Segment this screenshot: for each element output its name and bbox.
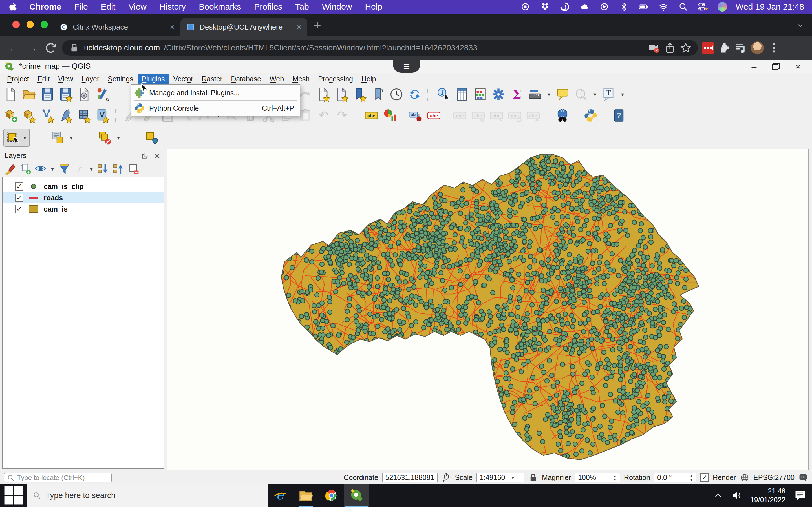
processing-button[interactable] <box>491 87 506 102</box>
map-canvas[interactable] <box>167 149 809 470</box>
undo-button[interactable]: ↶ <box>316 108 331 123</box>
select-by-form-dropdown-icon[interactable]: ▾ <box>68 134 74 141</box>
layout-manager-button[interactable] <box>77 87 91 102</box>
new-mesh-button[interactable] <box>77 108 91 123</box>
forward-button[interactable]: → <box>25 41 40 55</box>
label-tool-2-button[interactable]: abc <box>471 108 486 123</box>
bookmark-new-button[interactable] <box>352 87 367 102</box>
style-manager-button[interactable]: a <box>95 87 110 102</box>
menu-item-python-console[interactable]: Python ConsoleCtrl+Alt+P <box>131 102 300 115</box>
qgis-menu-raster[interactable]: Raster <box>197 73 227 84</box>
layer-item-cam_is_clip[interactable]: ✓cam_is_clip <box>3 181 164 192</box>
new-shapefile-button[interactable] <box>40 108 55 123</box>
lock-scale-icon[interactable] <box>528 473 538 483</box>
macos-menu-profiles[interactable]: Profiles <box>254 2 282 11</box>
refresh-button[interactable] <box>407 87 422 102</box>
new-layout-button[interactable] <box>316 87 331 102</box>
layer-diagram-button[interactable] <box>382 108 397 123</box>
notification-icon[interactable] <box>794 489 806 502</box>
close-tab-icon[interactable]: × <box>170 22 175 32</box>
data-source-manager-button[interactable] <box>3 108 18 123</box>
apple-menu-icon[interactable] <box>8 2 18 12</box>
select-features-button[interactable] <box>6 130 20 145</box>
panel-close-icon[interactable] <box>153 152 161 160</box>
macos-menu-edit[interactable]: Edit <box>101 2 116 11</box>
restore-button[interactable] <box>772 63 779 70</box>
scale-combo[interactable]: 1:49160▾ <box>476 473 524 483</box>
deselect-all-button[interactable] <box>97 130 112 145</box>
play-circle-icon[interactable] <box>599 2 609 12</box>
playlist-extension-icon[interactable] <box>734 42 747 54</box>
bookmark-star-icon[interactable] <box>680 42 692 54</box>
label-tool-4-button[interactable]: abc <box>507 108 522 123</box>
lock-icon[interactable] <box>68 42 80 54</box>
macos-menu-help[interactable]: Help <box>365 2 382 11</box>
layer-labeling-button[interactable]: abc <box>364 108 378 123</box>
filter-legend-icon[interactable] <box>58 163 70 175</box>
taskbar-app-file-explorer[interactable] <box>293 484 319 507</box>
record-icon[interactable] <box>520 2 530 12</box>
magnifier-spinbox[interactable]: 100%▲▼ <box>575 473 620 483</box>
menubar-clock[interactable]: Wed 19 Jan 21:48 <box>735 2 804 11</box>
profile-avatar[interactable] <box>751 41 764 54</box>
tray-chevron-icon[interactable] <box>713 490 723 501</box>
add-group-icon[interactable] <box>19 163 32 175</box>
siri-icon[interactable] <box>718 2 727 11</box>
messages-icon[interactable] <box>799 473 808 483</box>
address-bar[interactable]: ucldesktop.cloud.com /Citrix/StoreWeb/cl… <box>62 40 698 56</box>
label-tool-1-button[interactable]: abc <box>453 108 467 123</box>
swirl-icon[interactable] <box>560 2 570 12</box>
measure-dropdown-icon[interactable]: ▾ <box>546 91 552 98</box>
highlight-labels-button[interactable]: abc <box>426 108 441 123</box>
media-blocked-icon[interactable] <box>648 42 660 54</box>
render-checkbox[interactable]: ✓ <box>700 473 709 482</box>
qgis-menu-web[interactable]: Web <box>265 73 288 84</box>
macos-menu-view[interactable]: View <box>128 2 146 11</box>
share-icon[interactable] <box>664 42 676 54</box>
annotation-dropdown-icon[interactable]: ▾ <box>620 91 625 98</box>
extent-toggle-icon[interactable] <box>442 473 451 483</box>
reload-button[interactable] <box>43 41 58 55</box>
extensions-puzzle-icon[interactable] <box>718 42 730 54</box>
redo-button[interactable]: ↷ <box>335 108 349 123</box>
battery-icon[interactable] <box>639 2 649 12</box>
measure-button[interactable] <box>528 87 543 102</box>
crs-label[interactable]: EPSG:27700 <box>753 473 795 482</box>
statistics-button[interactable] <box>473 87 488 102</box>
dropbox-icon[interactable] <box>540 2 550 12</box>
python-console-button[interactable] <box>583 108 598 123</box>
select-by-form-button[interactable] <box>50 130 65 145</box>
save-as-button[interactable] <box>58 87 73 102</box>
layer-item-cam_is[interactable]: ✓cam_is <box>3 203 164 215</box>
taskbar-app-internet-explorer[interactable]: e <box>268 484 293 507</box>
close-window-button[interactable] <box>12 21 20 28</box>
qgis-menu-view[interactable]: View <box>54 73 78 84</box>
collapse-all-icon[interactable] <box>112 163 124 175</box>
project-new-button[interactable] <box>3 87 18 102</box>
qgis-menu-mesh[interactable]: Mesh <box>288 73 314 84</box>
macos-menu-file[interactable]: File <box>74 2 88 11</box>
new-tab-button[interactable]: + <box>313 18 321 32</box>
qgis-menu-edit[interactable]: Edit <box>33 73 54 84</box>
control-center-icon[interactable] <box>698 2 708 12</box>
qgis-menu-processing[interactable]: Processing <box>314 73 357 84</box>
qgis-menu-vector[interactable]: Vector <box>169 73 198 84</box>
bookmark-show-button[interactable] <box>371 87 386 102</box>
folder-open-button[interactable] <box>22 87 36 102</box>
expand-all-icon[interactable] <box>97 163 109 175</box>
close-button[interactable]: × <box>795 62 801 71</box>
layer-visibility-checkbox[interactable]: ✓ <box>15 193 23 202</box>
rotation-spinbox[interactable]: 0.0 °▲▼ <box>654 473 696 483</box>
taskbar-app-chrome[interactable] <box>319 484 344 507</box>
temporal-button[interactable] <box>389 87 404 102</box>
back-button[interactable]: ← <box>6 41 21 55</box>
bluetooth-icon[interactable] <box>619 2 629 12</box>
new-report-button[interactable] <box>334 87 349 102</box>
panel-float-icon[interactable] <box>141 152 149 160</box>
macos-menu-window[interactable]: Window <box>322 2 352 11</box>
macos-menu-history[interactable]: History <box>160 2 186 11</box>
sum-features-button[interactable]: Σ <box>509 87 524 102</box>
select-by-location-button[interactable] <box>144 130 159 145</box>
tab-search-chevron-icon[interactable] <box>796 21 805 30</box>
taskbar-clock[interactable]: 21:48 19/01/2022 <box>750 487 785 504</box>
